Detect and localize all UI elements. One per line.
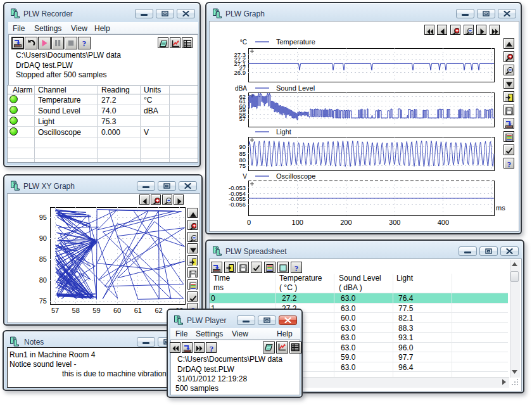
svg-text:100: 100 <box>292 219 303 226</box>
svg-text:V: V <box>243 173 247 180</box>
svg-text:400: 400 <box>438 219 449 226</box>
svg-text:?: ? <box>210 344 214 352</box>
svg-text:59: 59 <box>92 307 100 314</box>
svg-text:61: 61 <box>134 307 142 314</box>
svg-text:75: 75 <box>39 297 47 305</box>
svg-text:dBA: dBA <box>235 85 247 92</box>
svg-text:90: 90 <box>39 234 47 242</box>
svg-text:ms: ms <box>496 204 505 212</box>
svg-text:85: 85 <box>39 255 47 263</box>
svg-text:0: 0 <box>247 219 251 226</box>
svg-text:57: 57 <box>239 115 246 122</box>
svg-text:75: 75 <box>239 162 246 169</box>
svg-text:90: 90 <box>239 143 246 150</box>
svg-text:Sound Level: Sound Level <box>276 84 315 92</box>
svg-text:57: 57 <box>51 307 59 314</box>
svg-text:?: ? <box>82 39 87 48</box>
svg-text:-0.056: -0.056 <box>229 201 246 208</box>
svg-text:Oscilloscope: Oscilloscope <box>276 172 315 180</box>
svg-text:?: ? <box>294 264 299 272</box>
svg-text:80: 80 <box>39 276 47 284</box>
svg-text:26.9: 26.9 <box>234 69 246 76</box>
svg-text:°C: °C <box>240 39 247 46</box>
svg-text:300: 300 <box>389 219 400 226</box>
svg-text:Temperature: Temperature <box>276 38 315 46</box>
svg-text:60: 60 <box>113 307 121 314</box>
svg-text:62: 62 <box>155 307 162 314</box>
svg-text:200: 200 <box>340 219 352 226</box>
svg-text:58: 58 <box>72 307 80 314</box>
svg-text:95: 95 <box>39 214 47 221</box>
svg-text:Light: Light <box>276 128 291 136</box>
